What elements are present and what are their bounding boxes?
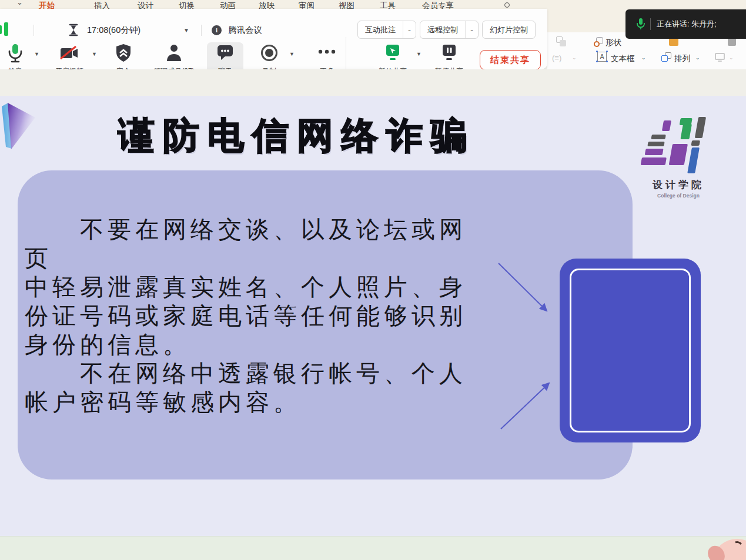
tab-home[interactable]: 开始 <box>39 1 55 9</box>
slide-size-chevron-icon: ⌄ <box>729 55 734 61</box>
replace-icon-back <box>560 40 566 46</box>
college-logo-cn: 设计学院 <box>643 178 714 192</box>
next-slide-strip <box>0 536 746 560</box>
shapes-icon-circle <box>594 41 600 47</box>
slide-title: 谨防电信网络诈骗 <box>0 111 594 160</box>
tab-slideshow[interactable]: 放映 <box>259 1 275 9</box>
tab-view[interactable]: 视图 <box>339 1 354 9</box>
textbox-label[interactable]: 文本框 <box>611 53 635 64</box>
line-spacing-icon: (≡) <box>552 53 561 62</box>
ribbon-collapse-icon[interactable]: ⌄ <box>16 0 23 6</box>
tab-transition[interactable]: 切换 <box>179 1 195 9</box>
meeting-toolbar: 17:08(60分钟) ▼ i 腾讯会议 互动批注 ⌄ 远程控制 ⌄ 幻灯片控制… <box>0 9 547 69</box>
camera-off-icon <box>59 46 80 61</box>
divider <box>201 25 202 36</box>
college-logo: 设计学院 College of Design <box>643 112 714 200</box>
tab-member[interactable]: 会员专享 <box>422 1 454 9</box>
photo-frame <box>560 259 701 442</box>
tab-animation[interactable]: 动画 <box>220 1 236 9</box>
member-icon <box>165 43 183 62</box>
textbox-icon[interactable]: A <box>597 52 607 62</box>
textbox-icon-dot <box>606 51 608 52</box>
tab-review[interactable]: 审阅 <box>299 1 315 9</box>
app-name: 腾讯会议 <box>228 25 262 36</box>
signal-icon <box>0 25 2 34</box>
textbox-icon-dot <box>606 61 608 62</box>
more-dots-icon <box>318 49 336 54</box>
remote-control-button[interactable]: 远程控制 ⌄ <box>420 21 479 39</box>
textbox-icon-dot <box>596 61 598 62</box>
meeting-timer[interactable]: 17:08(60分钟) <box>87 25 140 36</box>
slide-control-label[interactable]: 幻灯片控制 <box>483 21 535 38</box>
speaking-mic-icon <box>636 18 645 31</box>
arrange-chevron-icon[interactable]: ⌄ <box>695 55 700 61</box>
speaking-indicator: 正在讲话: 朱丹丹; <box>625 9 746 39</box>
screen: ⌄ 开始 插入 设计 切换 动画 放映 审阅 视图 工具 会员专享 (≡) ⌄ … <box>0 0 746 560</box>
divider <box>346 37 346 71</box>
tab-tools[interactable]: 工具 <box>380 1 396 9</box>
annotate-chevron-icon[interactable]: ⌄ <box>403 21 416 38</box>
college-logo-mark <box>637 112 719 176</box>
record-icon <box>260 44 278 62</box>
divider <box>650 18 651 30</box>
pause-share-icon <box>441 44 457 62</box>
remote-control-label[interactable]: 远程控制 <box>420 21 465 38</box>
slide-size-icon <box>715 53 725 60</box>
shield-icon <box>115 43 132 62</box>
line-spacing-chevron-icon: ⌄ <box>572 55 577 61</box>
microphone-icon <box>6 43 24 63</box>
slideshow-letterbox <box>0 69 746 97</box>
remote-control-chevron-icon[interactable]: ⌄ <box>465 21 478 38</box>
arrange-label[interactable]: 排列 <box>674 53 690 64</box>
textbox-icon-dot <box>596 51 598 52</box>
shapes-label[interactable]: 形状 <box>606 38 621 48</box>
chat-icon <box>216 45 234 61</box>
college-logo-en: College of Design <box>643 193 714 199</box>
timer-chevron-icon[interactable]: ▼ <box>183 27 189 33</box>
speaking-text: 正在讲话: 朱丹丹; <box>657 19 717 29</box>
slide-control-button[interactable]: 幻灯片控制 <box>482 21 536 39</box>
photo-frame-inner-border <box>570 269 691 432</box>
divider <box>34 25 34 36</box>
paragraph-privacy: 不要在网络交谈、以及论坛或网页 中轻易泄露真实姓名、个人照片、身 份证号码或家庭… <box>25 215 489 359</box>
paragraph-bank: 不在网络中透露银行帐号、个人 帐户密码等敏感内容。 <box>25 359 489 417</box>
tab-design[interactable]: 设计 <box>138 1 153 9</box>
new-share-chevron-icon[interactable]: ▼ <box>416 51 421 57</box>
share-screen-icon <box>385 44 400 62</box>
slide-canvas: 谨防电信网络诈骗 设计学院 College of Design 不要在网络交谈、… <box>0 96 746 536</box>
signal-icon-bar <box>4 22 8 36</box>
arrange-icon[interactable] <box>661 55 668 62</box>
hourglass-icon <box>68 24 79 36</box>
search-icon[interactable] <box>504 2 510 8</box>
annotate-button[interactable]: 互动批注 ⌄ <box>357 21 416 39</box>
record-chevron-icon[interactable]: ▼ <box>289 51 295 57</box>
slide-size-icon-base <box>718 61 722 62</box>
annotate-label[interactable]: 互动批注 <box>358 21 403 38</box>
end-share-button[interactable]: 结束共享 <box>480 50 541 70</box>
tab-insert[interactable]: 插入 <box>94 1 110 9</box>
start-video-chevron-icon[interactable]: ▼ <box>92 51 97 57</box>
textbox-chevron-icon[interactable]: ⌄ <box>641 55 646 61</box>
info-icon[interactable]: i <box>212 25 222 35</box>
mute-chevron-icon[interactable]: ▼ <box>34 51 39 57</box>
